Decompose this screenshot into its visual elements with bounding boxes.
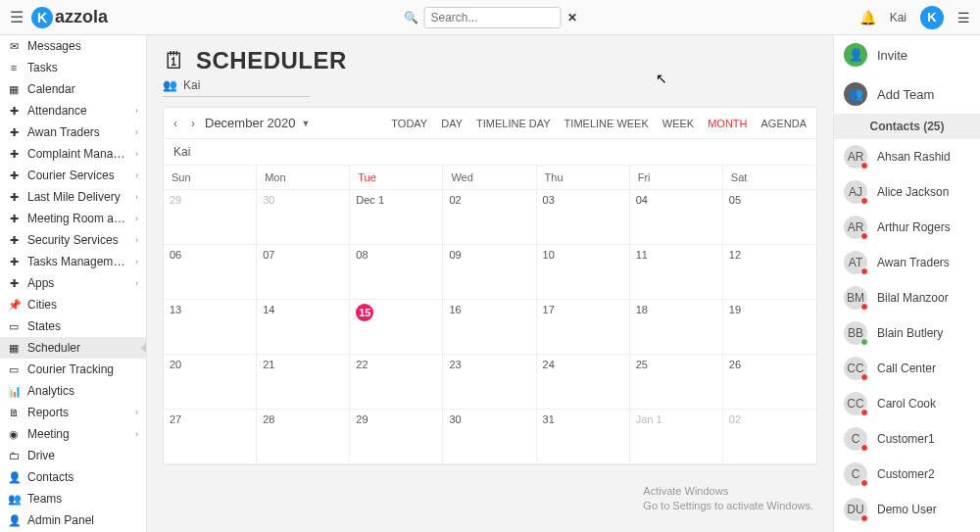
owner-selector[interactable]: 👥 Kai: [163, 78, 310, 97]
sidebar-item-scheduler[interactable]: ▦Scheduler: [0, 337, 146, 359]
sidebar-item-analytics[interactable]: 📊Analytics: [0, 380, 146, 402]
sidebar-item-admin-panel[interactable]: 👤Admin Panel: [0, 509, 146, 531]
view-today[interactable]: TODAY: [391, 118, 427, 129]
contact-item[interactable]: BMBilal Manzoor: [834, 280, 980, 315]
sidebar-item-states[interactable]: ▭States: [0, 315, 146, 337]
day-cell[interactable]: 13: [164, 300, 257, 355]
day-cell[interactable]: 08: [350, 245, 443, 300]
sidebar-item-cities[interactable]: 📌Cities: [0, 294, 146, 315]
contact-item[interactable]: BBBlain Butlery: [834, 315, 980, 351]
contact-item[interactable]: CCCall Center: [834, 351, 980, 386]
sidebar-item-contacts[interactable]: 👤Contacts: [0, 466, 146, 488]
day-cell[interactable]: 11: [630, 245, 723, 300]
view-agenda[interactable]: AGENDA: [761, 118, 807, 129]
sidebar-item-reports[interactable]: 🗎Reports›: [0, 402, 146, 423]
sidebar-item-calendar[interactable]: ▦Calendar: [0, 78, 146, 100]
right-panel-toggle[interactable]: ☰: [957, 10, 970, 25]
day-cell[interactable]: 23: [443, 355, 536, 410]
add-team-button[interactable]: 👥 Add Team: [834, 74, 980, 114]
day-cell[interactable]: 30: [443, 410, 536, 464]
day-cell[interactable]: 17: [537, 300, 630, 355]
prev-period-button[interactable]: ‹: [173, 117, 177, 130]
day-cell[interactable]: 05: [723, 190, 816, 245]
contact-item[interactable]: DUDemo User: [834, 492, 980, 527]
sidebar-item-teams[interactable]: 👥Teams: [0, 488, 146, 509]
sidebar-item-courier-tracking[interactable]: ▭Courier Tracking: [0, 359, 146, 380]
period-picker[interactable]: December 2020 ▼: [205, 116, 310, 130]
sidebar-item-tasks-management[interactable]: ✚Tasks Management›: [0, 251, 146, 272]
day-cell[interactable]: 06: [164, 245, 257, 300]
invite-button[interactable]: 👤 Invite: [834, 35, 980, 74]
contact-item[interactable]: ARAhsan Rashid: [834, 139, 980, 174]
search-clear-icon[interactable]: ✕: [567, 11, 577, 24]
day-cell[interactable]: 22: [350, 355, 443, 410]
nav-label: Teams: [27, 492, 138, 506]
chevron-down-icon: ▼: [302, 119, 311, 128]
day-cell[interactable]: 30: [257, 190, 350, 245]
day-cell[interactable]: 02: [443, 190, 536, 245]
day-cell[interactable]: 31: [537, 410, 630, 464]
nav-icon: ▦: [8, 342, 20, 355]
day-cell[interactable]: 20: [164, 355, 257, 410]
view-week[interactable]: WEEK: [662, 118, 694, 129]
sidebar-item-drive[interactable]: 🗀Drive: [0, 445, 146, 466]
sidebar-item-apps[interactable]: ✚Apps›: [0, 272, 146, 294]
contact-item[interactable]: CCustomer1: [834, 421, 980, 457]
day-cell[interactable]: 12: [723, 245, 816, 300]
day-cell[interactable]: Jan 1: [630, 410, 723, 464]
day-cell[interactable]: 28: [257, 410, 350, 464]
sidebar-item-awan-traders[interactable]: ✚Awan Traders›: [0, 121, 146, 143]
sidebar-item-courier-services[interactable]: ✚Courier Services›: [0, 165, 146, 186]
day-cell[interactable]: 02: [723, 410, 816, 464]
next-period-button[interactable]: ›: [191, 117, 195, 130]
view-timeline-day[interactable]: TIMELINE DAY: [476, 118, 551, 129]
day-cell[interactable]: 16: [443, 300, 536, 355]
day-cell[interactable]: 19: [723, 300, 816, 355]
contact-name: Customer1: [877, 432, 935, 446]
sidebar-item-tasks[interactable]: ≡Tasks: [0, 57, 146, 78]
view-timeline-week[interactable]: TIMELINE WEEK: [564, 118, 649, 129]
day-cell[interactable]: 03: [537, 190, 630, 245]
sidebar-item-last-mile-delivery[interactable]: ✚Last Mile Delivery›: [0, 186, 146, 208]
search-icon[interactable]: 🔍: [404, 11, 418, 24]
day-cell[interactable]: 21: [257, 355, 350, 410]
day-cell[interactable]: 24: [537, 355, 630, 410]
logo[interactable]: K azzola: [31, 7, 108, 28]
day-cell[interactable]: 27: [164, 410, 257, 464]
view-day[interactable]: DAY: [441, 118, 463, 129]
sidebar-item-messages[interactable]: ✉Messages: [0, 35, 146, 57]
contact-item[interactable]: ARArthur Rogers: [834, 210, 980, 245]
day-cell[interactable]: 04: [630, 190, 723, 245]
day-cell[interactable]: 07: [257, 245, 350, 300]
day-cell[interactable]: 15: [350, 300, 443, 355]
dow-tue: Tue: [350, 166, 443, 190]
contact-item[interactable]: AJAlice Jackson: [834, 174, 980, 210]
notifications-icon[interactable]: 🔔: [859, 10, 876, 25]
day-cell[interactable]: 09: [443, 245, 536, 300]
day-cell[interactable]: 26: [723, 355, 816, 410]
day-cell[interactable]: 10: [537, 245, 630, 300]
day-cell[interactable]: 18: [630, 300, 723, 355]
week-row: 06070809101112: [164, 245, 816, 300]
sidebar-item-attendance[interactable]: ✚Attendance›: [0, 100, 146, 121]
current-user-name[interactable]: Kai: [890, 11, 906, 24]
search-input[interactable]: [424, 7, 562, 28]
logo-text: azzola: [55, 7, 108, 27]
day-cell[interactable]: 29: [164, 190, 257, 245]
avatar[interactable]: K: [920, 6, 944, 29]
sidebar-item-complaint-management[interactable]: ✚Complaint Management›: [0, 143, 146, 165]
contact-item[interactable]: CCustomer2: [834, 457, 980, 492]
sidebar-item-meeting[interactable]: ◉Meeting›: [0, 423, 146, 445]
contact-item[interactable]: CCCarol Cook: [834, 386, 980, 421]
day-cell[interactable]: 14: [257, 300, 350, 355]
sidebar-item-meeting-room-and-schedu[interactable]: ✚Meeting Room and Schedu...›: [0, 208, 146, 229]
day-cell[interactable]: 25: [630, 355, 723, 410]
contact-item[interactable]: ATAwan Traders: [834, 245, 980, 280]
sidebar-item-security-services[interactable]: ✚Security Services›: [0, 229, 146, 251]
day-cell[interactable]: Dec 1: [350, 190, 443, 245]
menu-toggle[interactable]: ☰: [10, 8, 24, 26]
view-month[interactable]: MONTH: [708, 118, 747, 129]
contact-avatar: BB: [844, 321, 867, 345]
day-cell[interactable]: 29: [350, 410, 443, 464]
contact-item[interactable]: FKFearless Kazzola Ad...: [834, 527, 980, 532]
